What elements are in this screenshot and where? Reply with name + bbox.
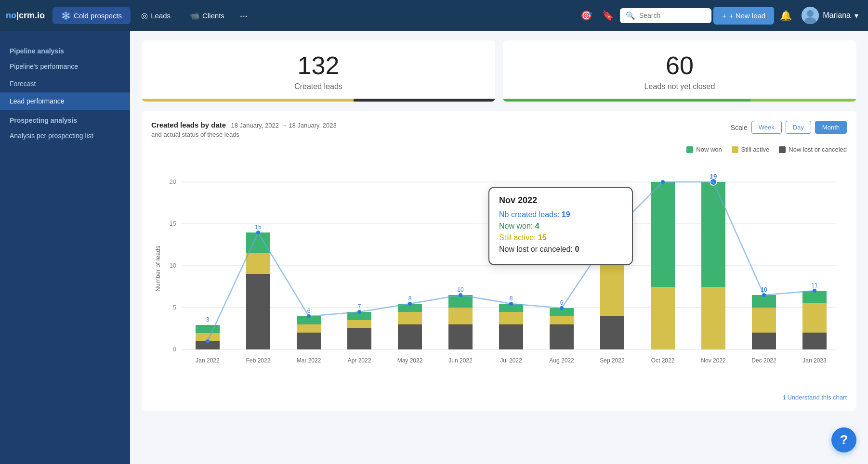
svg-text:Sep 2022: Sep 2022	[600, 357, 625, 364]
nav-tab-cold-prospects[interactable]: ❄️ Cold prospects	[53, 7, 131, 24]
bar-apr22-lost	[347, 328, 371, 349]
svg-text:Number of leads: Number of leads	[154, 245, 161, 292]
legend-active-color	[732, 146, 738, 153]
avatar	[802, 7, 819, 24]
sidebar-item-analysis-per-prospecting[interactable]: Analysis per prospecting list	[0, 127, 130, 144]
svg-text:Mar 2022: Mar 2022	[297, 357, 321, 364]
dot-jan23	[813, 289, 816, 293]
bar-aug22-active	[550, 316, 574, 324]
sidebar: Pipeline analysis Pipeline's performance…	[0, 31, 130, 464]
tooltip-won: Now won: 4	[499, 222, 622, 231]
pipeline-analysis-heading: Pipeline analysis	[0, 40, 130, 58]
user-name: Mariana	[823, 11, 851, 20]
scale-day-button[interactable]: Day	[786, 121, 811, 134]
notifications-icon[interactable]: 🔔	[776, 6, 796, 25]
svg-text:Dec 2022: Dec 2022	[751, 357, 776, 364]
tooltip-lost-label: Now lost or canceled:	[499, 245, 573, 253]
legend-lost-label: Now lost or canceled	[789, 146, 847, 153]
leads-icon: ◎	[141, 11, 148, 20]
bar-jan22-won	[196, 325, 220, 333]
bar-jan23-active	[802, 303, 827, 333]
bar-nov22-won	[701, 182, 725, 287]
dot-jun22	[459, 293, 462, 297]
tooltip-won-label: Now won:	[499, 222, 533, 230]
nav-tab-leads[interactable]: ◎ Leads	[132, 7, 179, 24]
help-fab-button[interactable]: ?	[831, 427, 856, 452]
svg-text:Jan 2022: Jan 2022	[196, 357, 220, 364]
bar-aug22-lost	[550, 324, 574, 349]
sidebar-item-forecast[interactable]: Forecast	[0, 75, 130, 92]
nav-tab-clients[interactable]: 📹 Clients	[181, 7, 233, 24]
bar-mar22-lost	[297, 333, 321, 349]
top-navigation: no|crm.io ❄️ Cold prospects ◎ Leads 📹 Cl…	[0, 0, 868, 31]
understand-chart-link[interactable]: ℹ Understand this chart	[151, 394, 847, 401]
chart-tooltip: Nov 2022 Nb created leads: 19 Now won: 4…	[488, 187, 633, 265]
created-leads-number: 132	[151, 52, 486, 79]
svg-text:May 2022: May 2022	[397, 357, 423, 364]
new-lead-plus-icon: +	[722, 12, 726, 20]
chart-title: Created leads by date	[151, 121, 226, 129]
dot-jan22	[206, 339, 210, 343]
user-chevron-icon: ▾	[855, 11, 858, 20]
search-box[interactable]: 🔍	[620, 8, 711, 23]
dot-apr22	[357, 310, 361, 314]
dot-feb22	[256, 231, 260, 234]
dot-dec22	[762, 293, 766, 297]
main-content: 132 Created leads 60 Leads not yet close…	[130, 31, 868, 464]
svg-text:10: 10	[170, 262, 176, 269]
svg-text:20: 20	[170, 178, 176, 185]
svg-text:10: 10	[457, 286, 464, 293]
scale-week-button[interactable]: Week	[751, 121, 782, 134]
svg-text:Jan 2023: Jan 2023	[802, 357, 827, 364]
goals-icon[interactable]: 🎯	[577, 6, 596, 25]
svg-text:0: 0	[173, 346, 176, 353]
user-menu[interactable]: Mariana ▾	[798, 5, 862, 26]
bar-jun22-active	[448, 308, 473, 324]
svg-text:Jul 2022: Jul 2022	[500, 357, 522, 364]
tooltip-lost-value: 0	[575, 245, 579, 253]
search-input[interactable]	[639, 12, 706, 19]
not-closed-label: Leads not yet closed	[513, 82, 847, 91]
dot-may22	[408, 302, 412, 306]
scale-label: Scale	[731, 124, 748, 131]
stat-bar-yellow	[142, 99, 354, 102]
bar-jun22-lost	[448, 324, 473, 349]
svg-point-1	[807, 10, 814, 17]
sidebar-item-pipelines-performance[interactable]: Pipeline's performance	[0, 58, 130, 75]
nav-more-button[interactable]: ···	[235, 6, 253, 25]
tooltip-active-value: 15	[538, 233, 547, 242]
chart-date-range: 18 January, 2022 → 18 January, 2023	[231, 122, 337, 129]
clients-label: Clients	[202, 12, 224, 20]
tooltip-nb: Nb created leads: 19	[499, 210, 622, 219]
legend-active: Still active	[732, 146, 770, 153]
legend-active-label: Still active	[741, 146, 770, 153]
svg-text:8: 8	[408, 295, 412, 302]
stat-card-not-closed: 60 Leads not yet closed	[503, 40, 856, 102]
stat-bar-light-green	[750, 99, 856, 102]
bookmark-icon[interactable]: 🔖	[598, 6, 618, 25]
bar-mar22-active	[297, 324, 321, 333]
svg-text:Apr 2022: Apr 2022	[348, 357, 371, 364]
cold-prospects-label: Cold prospects	[74, 12, 122, 20]
search-icon: 🔍	[626, 11, 635, 20]
svg-text:15: 15	[170, 220, 176, 227]
scale-month-button[interactable]: Month	[815, 121, 847, 134]
svg-text:Aug 2022: Aug 2022	[549, 357, 574, 364]
bar-may22-active	[398, 312, 422, 324]
svg-text:8: 8	[510, 295, 513, 302]
chart-area: 20 15 10 5 0 Number of leads 3	[151, 158, 847, 389]
dot-mar22	[307, 314, 311, 318]
cold-prospects-icon: ❄️	[61, 11, 71, 20]
new-lead-button[interactable]: + + New lead	[713, 7, 774, 25]
stat-bar-dark	[354, 99, 495, 102]
sidebar-item-lead-performance[interactable]: Lead performance	[0, 92, 130, 110]
bar-feb22-active	[246, 253, 270, 274]
sidebar-section-prospecting: Prospecting analysis Analysis per prospe…	[0, 110, 130, 144]
bar-oct22-active	[651, 287, 675, 349]
svg-text:Nov 2022: Nov 2022	[701, 357, 726, 364]
legend-lost: Now lost or canceled	[779, 146, 847, 153]
bar-feb22-lost	[246, 274, 270, 349]
not-closed-bar	[503, 99, 856, 102]
tooltip-lost: Now lost or canceled: 0	[499, 245, 622, 254]
svg-text:15: 15	[255, 224, 262, 231]
